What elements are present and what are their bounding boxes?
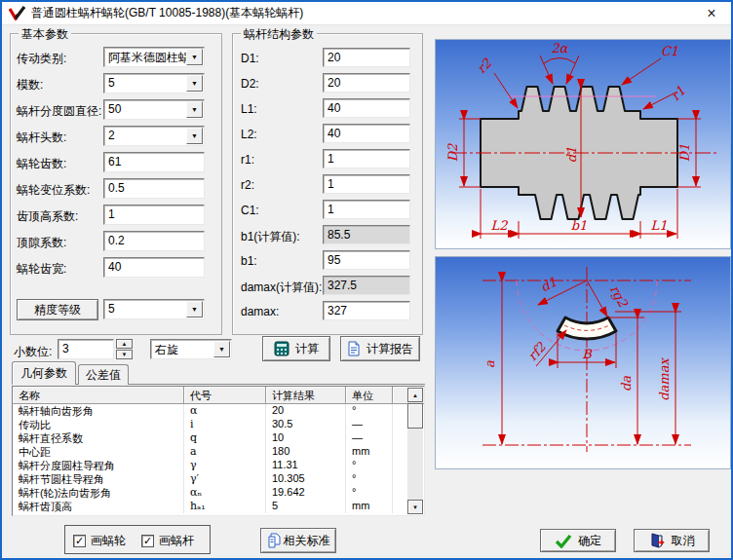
col-header-code[interactable]: 代号	[184, 387, 266, 404]
results-table: 名称 代号 计算结果 单位 蜗杆轴向齿形角 α 20 ° 传动比 i 30.5 …	[12, 386, 425, 516]
close-button[interactable]: ×	[702, 4, 721, 23]
draw-wheel-checkbox[interactable]: ✓	[73, 535, 86, 547]
table-row[interactable]: 传动比 i 30.5 —	[13, 418, 424, 431]
label-worm-threads: 蜗杆头数:	[17, 130, 66, 146]
L2-input[interactable]: 40	[323, 124, 410, 143]
draw-worm-checkbox[interactable]: ✓	[141, 535, 154, 547]
table-row[interactable]: 蜗杆(轮)法向齿形角 αₙ 19.642 °	[13, 486, 424, 500]
col-header-unit[interactable]: 单位	[346, 387, 393, 404]
tab-geometry-params[interactable]: 几何参数	[12, 361, 76, 385]
chevron-down-icon[interactable]: ▼	[186, 101, 203, 118]
table-row[interactable]: 蜗杆齿顶高 hₐ₁ 5 mm	[13, 500, 424, 513]
rotation-direction-value: 右旋	[155, 343, 178, 356]
app-logo-icon	[9, 6, 25, 20]
decimal-places-stepper: ▲ ▼	[116, 339, 133, 359]
table-row[interactable]: 蜗杆轴向齿形角 α 20 °	[13, 404, 424, 418]
label-L1: L1:	[241, 102, 257, 116]
drive-type-combo[interactable]: 阿基米德圆柱蜗杆 ▼	[103, 47, 205, 67]
scroll-down-icon[interactable]: ▼	[407, 500, 423, 514]
table-row[interactable]: 蜗杆节圆柱导程角 γ′ 10.305 °	[13, 472, 424, 486]
L1-input[interactable]: 40	[323, 98, 410, 118]
draw-worm-option[interactable]: ✓ 画蜗杆	[141, 533, 194, 549]
calc-report-button-label: 计算报告	[366, 341, 413, 357]
damax-input[interactable]: 327	[323, 301, 410, 320]
cancel-button[interactable]: 取消	[634, 529, 710, 552]
standards-document-icon	[267, 533, 282, 548]
accuracy-grade-button[interactable]: 精度等级	[17, 299, 98, 320]
label-clearance-coefficient: 顶隙系数:	[17, 235, 66, 251]
draw-options-frame: ✓ 画蜗轮 ✓ 画蜗杆	[64, 525, 211, 554]
wheel-width-input[interactable]: 40	[103, 257, 205, 278]
label-wheel-teeth: 蜗轮齿数:	[17, 156, 66, 172]
accuracy-grade-combo[interactable]: 5 ▼	[103, 299, 205, 319]
scrollbar-thumb[interactable]	[407, 403, 423, 429]
D2-input[interactable]: 20	[323, 73, 410, 93]
tab-tolerance-values[interactable]: 公差值	[78, 364, 129, 385]
svg-text:L2: L2	[491, 218, 509, 233]
calc-report-button[interactable]: 计算报告	[340, 336, 420, 361]
basic-params-title: 基本参数	[19, 26, 71, 43]
svg-text:2α: 2α	[551, 41, 568, 56]
wheel-teeth-input[interactable]: 61	[103, 152, 205, 172]
spin-up-icon[interactable]: ▲	[116, 339, 133, 349]
rotation-direction-combo[interactable]: 右旋 ▼	[150, 339, 232, 359]
damax-calculated-field: 327.5	[323, 276, 410, 295]
b1-calculated-field: 85.5	[323, 225, 410, 244]
label-wheel-width: 蜗轮齿宽:	[17, 261, 66, 278]
label-C1: C1:	[241, 204, 259, 217]
svg-text:b1: b1	[571, 218, 588, 233]
worm-wheel-drawing: d1 rg2 rf2 B a da damax	[436, 257, 730, 468]
decimal-places-input[interactable]: 3	[58, 339, 114, 359]
calculator-icon	[274, 341, 289, 356]
shift-coefficient-input[interactable]: 0.5	[103, 178, 205, 199]
label-r2: r2:	[241, 178, 254, 192]
D1-input[interactable]: 20	[323, 48, 410, 67]
accuracy-grade-value: 5	[108, 302, 115, 316]
ok-button[interactable]: 确定	[540, 529, 616, 552]
table-row[interactable]: 蜗杆直径系数 q 10 —	[13, 431, 424, 445]
label-damax-calculated: damax(计算值):	[241, 280, 322, 296]
label-damax: damax:	[241, 305, 279, 318]
scroll-up-icon[interactable]: ▲	[407, 388, 423, 402]
r1-input[interactable]: 1	[323, 149, 410, 168]
table-header-row: 名称 代号 计算结果 单位	[13, 387, 424, 404]
worm-structure-title: 蜗杆结构参数	[241, 26, 317, 43]
label-pitch-diameter: 蜗杆分度圆直径:	[17, 103, 101, 120]
table-row[interactable]: 蜗杆分度圆柱导程角 γ 11.31 °	[13, 459, 424, 472]
addendum-coefficient-input[interactable]: 1	[103, 205, 205, 225]
clearance-coefficient-input[interactable]: 0.2	[103, 231, 205, 251]
svg-text:D2: D2	[445, 143, 460, 162]
r2-input[interactable]: 1	[323, 174, 410, 194]
b1-input[interactable]: 95	[323, 250, 410, 270]
table-scrollbar[interactable]: ▲ ▼	[407, 388, 423, 514]
spin-down-icon[interactable]: ▼	[116, 350, 133, 359]
chevron-down-icon[interactable]: ▼	[186, 301, 203, 317]
chevron-down-icon[interactable]: ▼	[186, 75, 203, 92]
ok-button-label: 确定	[578, 533, 601, 549]
chevron-down-icon[interactable]: ▼	[186, 49, 203, 65]
chevron-down-icon[interactable]: ▼	[213, 341, 230, 357]
window-title: 普通圆柱蜗杆蜗轮(GB/T 10085-1988)(基本蜗轮蜗杆)	[31, 5, 303, 21]
calculate-button[interactable]: 计算	[262, 336, 330, 361]
table-row[interactable]: 中心距 a 180 mm	[13, 445, 424, 459]
svg-text:a: a	[482, 360, 497, 368]
label-decimal-places: 小数位:	[14, 344, 52, 360]
svg-text:L1: L1	[651, 218, 668, 233]
worm-shaft-drawing: D2 D1 d1 2α C1 r2 r1	[436, 40, 730, 248]
related-standards-button[interactable]: 相关标准	[260, 528, 336, 553]
pitch-diameter-combo[interactable]: 50 ▼	[103, 99, 205, 120]
module-combo[interactable]: 5 ▼	[103, 73, 205, 93]
chevron-down-icon[interactable]: ▼	[186, 128, 203, 144]
C1-input[interactable]: 1	[323, 200, 410, 219]
report-document-icon	[347, 341, 361, 356]
label-addendum-coefficient: 齿顶高系数:	[17, 208, 78, 225]
svg-text:d1: d1	[564, 147, 579, 164]
related-standards-label: 相关标准	[284, 533, 330, 549]
dialog-window: 普通圆柱蜗杆蜗轮(GB/T 10085-1988)(基本蜗轮蜗杆) × 基本参数…	[0, 0, 733, 560]
label-shift-coefficient: 蜗轮变位系数:	[17, 182, 90, 199]
worm-threads-combo[interactable]: 2 ▼	[103, 126, 205, 146]
svg-text:C1: C1	[661, 44, 678, 58]
col-header-result[interactable]: 计算结果	[266, 387, 346, 404]
draw-wheel-option[interactable]: ✓ 画蜗轮	[73, 533, 126, 549]
col-header-name[interactable]: 名称	[13, 387, 184, 404]
